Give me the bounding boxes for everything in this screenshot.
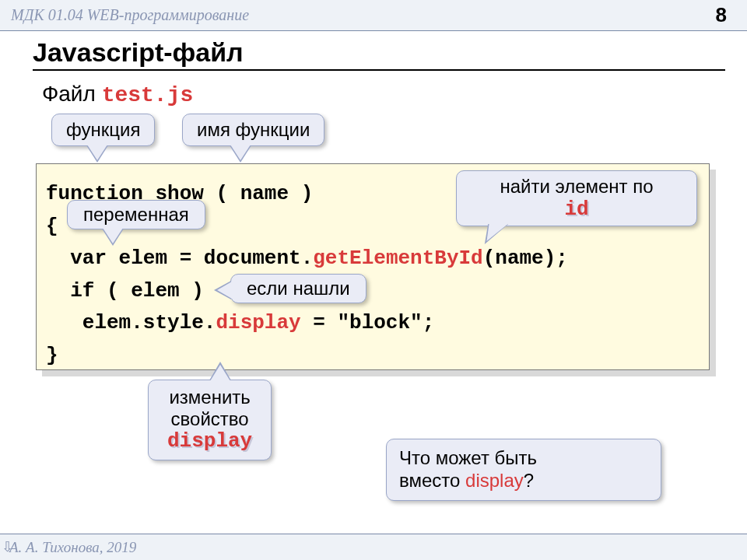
page-number: 8 bbox=[716, 3, 727, 27]
code-l5c: = "block"; bbox=[301, 311, 435, 334]
header-bar: МДК 01.04 WEB-программирование 8 bbox=[0, 0, 747, 31]
code-l3b: getElementById bbox=[313, 247, 482, 270]
footer-author: А. А. Тихонова, 2019 bbox=[9, 539, 136, 556]
code-l5b: display bbox=[216, 311, 300, 334]
callout-question-l1: Что может быть bbox=[399, 447, 537, 468]
course-label: МДК 01.04 WEB-программирование bbox=[11, 6, 249, 24]
subtitle: Файл test.js bbox=[42, 82, 747, 107]
callout-question-l2c: ? bbox=[524, 470, 534, 491]
callout-if-found: если нашли bbox=[230, 274, 366, 303]
callout-function-label: функция bbox=[66, 119, 140, 140]
callout-change-display: изменить свойство display bbox=[148, 380, 272, 460]
callout-function: функция bbox=[51, 114, 155, 146]
callout-question-l2a: вместо bbox=[399, 470, 465, 491]
code-line-4: if ( elem ) bbox=[46, 275, 700, 308]
callout-function-name: имя функции bbox=[182, 114, 324, 146]
callout-change-display-l1: изменить bbox=[169, 387, 250, 408]
callout-variable-label: переменная bbox=[83, 204, 189, 225]
code-line-6: } bbox=[46, 340, 700, 373]
callout-question: Что может быть вместо display? bbox=[386, 439, 661, 501]
callout-change-display-l2: свойство bbox=[171, 408, 249, 429]
callout-find-by-id: найти элемент по id bbox=[456, 170, 697, 226]
callout-if-found-label: если нашли bbox=[247, 278, 350, 299]
title-underline bbox=[33, 69, 725, 71]
code-l5a: elem.style. bbox=[46, 311, 216, 334]
code-l3a: var elem = document. bbox=[46, 247, 313, 270]
callout-find-by-id-code: id bbox=[564, 198, 588, 221]
code-line-3: var elem = document.getElementById(name)… bbox=[46, 243, 700, 275]
callout-variable: переменная bbox=[67, 200, 205, 229]
code-line-5: elem.style.display = "block"; bbox=[46, 307, 700, 340]
content-stage: function show ( name ) { var elem = docu… bbox=[33, 112, 725, 501]
footer-bar: ⇩ А. А. Тихонова, 2019 bbox=[0, 534, 747, 560]
callout-find-by-id-line1: найти элемент по bbox=[500, 176, 653, 197]
callout-function-name-label: имя функции bbox=[197, 119, 310, 140]
code-l3c: (name); bbox=[483, 247, 568, 270]
subtitle-prefix: Файл bbox=[42, 82, 102, 106]
page-title: Javascript-файл bbox=[33, 37, 747, 68]
subtitle-filename: test.js bbox=[102, 83, 194, 107]
callout-change-display-code: display bbox=[167, 429, 252, 453]
callout-question-l2b: display bbox=[465, 470, 524, 491]
